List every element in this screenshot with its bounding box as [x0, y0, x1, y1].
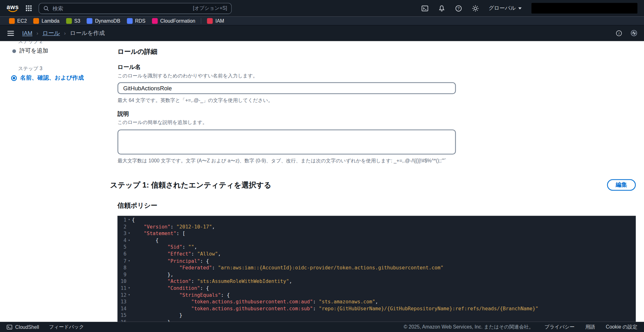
health-dashboard-icon[interactable]	[630, 30, 637, 37]
code-text: "Effect": "Allow",	[132, 251, 221, 258]
code-line: 5 "Sid": "",	[118, 244, 636, 251]
code-line: 6 "Effect": "Allow",	[118, 251, 636, 258]
lambda-service-icon	[33, 18, 39, 24]
code-line: 15 }	[118, 312, 636, 319]
fold-caret-icon[interactable]: ▾	[126, 257, 132, 264]
favorites-item-s3[interactable]: S3	[63, 16, 83, 25]
line-number: 11	[118, 285, 127, 292]
step3-title[interactable]: 名前、確認、および作成	[20, 74, 84, 82]
settings-gear-icon[interactable]	[472, 5, 479, 12]
region-selector[interactable]: グローバル	[489, 4, 522, 12]
global-search[interactable]: [オプション+S]	[39, 3, 232, 14]
favorites-item-cloudformation[interactable]: CloudFormation	[149, 16, 199, 25]
footer-link-1[interactable]: プライバシー	[544, 324, 575, 330]
chevron-down-icon	[518, 7, 521, 9]
wizard-steps-sidebar: ステップ 2 許可を追加 ステップ 3 名前、確認、および作成	[0, 41, 110, 322]
code-text: "Sid": "",	[132, 244, 197, 251]
line-number: 2	[118, 223, 127, 230]
svg-text:?: ?	[458, 6, 460, 11]
search-input[interactable]	[53, 5, 190, 11]
services-grid-icon[interactable]	[25, 5, 32, 12]
fold-caret-icon[interactable]: ▾	[126, 237, 132, 244]
fold-spacer	[126, 298, 132, 305]
aws-logo[interactable]: aws	[7, 4, 19, 12]
footer-cloudshell-button[interactable]: CloudShell	[7, 324, 39, 330]
fold-caret-icon[interactable]: ▾	[126, 285, 132, 292]
svg-text:i: i	[619, 31, 619, 36]
line-number: 9	[118, 271, 127, 278]
favorites-bar-items: EC2LambdaS3DynamoDBRDSCloudFormationIAM	[6, 16, 227, 25]
code-line: 3▾ "Statement": [	[118, 230, 636, 237]
step3-bullet-icon	[11, 75, 17, 81]
favorites-item-label: CloudFormation	[160, 18, 196, 24]
footer-links: プライバシー用語Cookie の設定	[544, 324, 637, 330]
code-line: 12▾ "StringEquals": {	[118, 292, 636, 299]
role-name-input[interactable]	[118, 82, 456, 94]
fold-caret-icon[interactable]: ▾	[126, 217, 132, 223]
line-number: 4	[118, 237, 127, 244]
code-line: 9 },	[118, 271, 636, 278]
wizard-step-2[interactable]: ステップ 2 許可を追加	[11, 41, 110, 55]
role-details-heading: ロールの詳細	[118, 48, 636, 56]
code-line: 2 "Version": "2012-10-17",	[118, 223, 636, 230]
favorites-item-label: RDS	[135, 18, 145, 24]
info-icon[interactable]: i	[616, 30, 622, 37]
role-name-field: ロール名 このロールを識別するためのわかりやすい名前を入力します。 最大 64 …	[118, 64, 636, 104]
line-number: 8	[118, 264, 127, 271]
fold-spacer	[126, 278, 132, 285]
code-text: "StringEquals": {	[132, 292, 230, 299]
s3-service-icon	[66, 18, 72, 24]
favorites-item-lambda[interactable]: Lambda	[30, 16, 63, 25]
line-number: 14	[118, 305, 127, 312]
dynamodb-service-icon	[87, 18, 92, 24]
description-textarea[interactable]	[118, 129, 456, 155]
favorites-item-iam[interactable]: IAM	[204, 16, 227, 25]
breadcrumb-item-2[interactable]: ロール	[42, 29, 60, 37]
step2-title[interactable]: 許可を追加	[19, 47, 48, 55]
side-menu-icon[interactable]	[7, 29, 15, 37]
account-menu-redacted[interactable]	[531, 3, 637, 14]
code-text: },	[132, 271, 173, 278]
favorites-item-rds[interactable]: RDS	[124, 16, 149, 25]
code-line: 13 "token.actions.githubusercontent.com:…	[118, 298, 636, 305]
fold-spacer	[126, 244, 132, 251]
breadcrumb-item-1[interactable]: IAM	[22, 30, 33, 37]
fold-caret-icon[interactable]: ▾	[126, 292, 132, 299]
favorites-item-dynamodb[interactable]: DynamoDB	[84, 16, 124, 25]
code-line: 1▾{	[118, 217, 636, 223]
description-hint: 最大文字数は 1000 文字です。文字 (A〜Z および a〜z)、数字 (0-…	[118, 157, 636, 164]
fold-spacer	[126, 223, 132, 230]
review-content: ロールの詳細 ロール名 このロールを識別するためのわかりやすい名前を入力します。…	[110, 41, 644, 322]
wizard-step-3[interactable]: ステップ 3 名前、確認、および作成	[11, 65, 110, 82]
code-line: 4▾ {	[118, 237, 636, 244]
search-icon	[43, 5, 49, 11]
line-number: 16	[118, 319, 127, 322]
aws-console-page: aws [オプション+S]	[0, 0, 644, 332]
favorites-item-ec2[interactable]: EC2	[6, 16, 30, 25]
trust-policy-title: 信頼ポリシー	[118, 201, 636, 210]
footer-link-2[interactable]: 用語	[585, 324, 595, 330]
favorites-item-label: S3	[74, 18, 80, 24]
main-content: ステップ 2 許可を追加 ステップ 3 名前、確認、および作成 ロールの詳細 ロ…	[0, 41, 644, 322]
footer-feedback-link[interactable]: フィードバック	[49, 324, 84, 330]
region-label: グローバル	[489, 4, 516, 12]
footer-link-3[interactable]: Cookie の設定	[606, 324, 638, 330]
footer-copyright: © 2025, Amazon Web Services, Inc. またはその関…	[404, 324, 534, 330]
fold-spacer	[126, 251, 132, 258]
fold-caret-icon[interactable]: ▾	[126, 230, 132, 237]
fold-spacer	[126, 305, 132, 312]
favorites-item-label: DynamoDB	[95, 18, 120, 24]
favorites-bar: EC2LambdaS3DynamoDBRDSCloudFormationIAM	[0, 16, 644, 25]
line-number: 1	[118, 217, 127, 223]
code-line: 11▾ "Condition": {	[118, 285, 636, 292]
edit-button[interactable]: 編集	[607, 179, 636, 191]
footer: CloudShell フィードバック © 2025, Amazon Web Se…	[0, 322, 644, 332]
cloudshell-icon[interactable]	[421, 5, 428, 12]
trust-policy-code-editor[interactable]: 1▾{2 "Version": "2012-10-17",3▾ "Stateme…	[118, 216, 636, 322]
line-number: 3	[118, 230, 127, 237]
iam-service-icon	[207, 18, 213, 24]
notifications-bell-icon[interactable]	[438, 5, 445, 12]
help-icon[interactable]: ?	[455, 5, 462, 12]
breadcrumb-separator: ›	[36, 30, 38, 36]
line-number: 6	[118, 251, 127, 258]
